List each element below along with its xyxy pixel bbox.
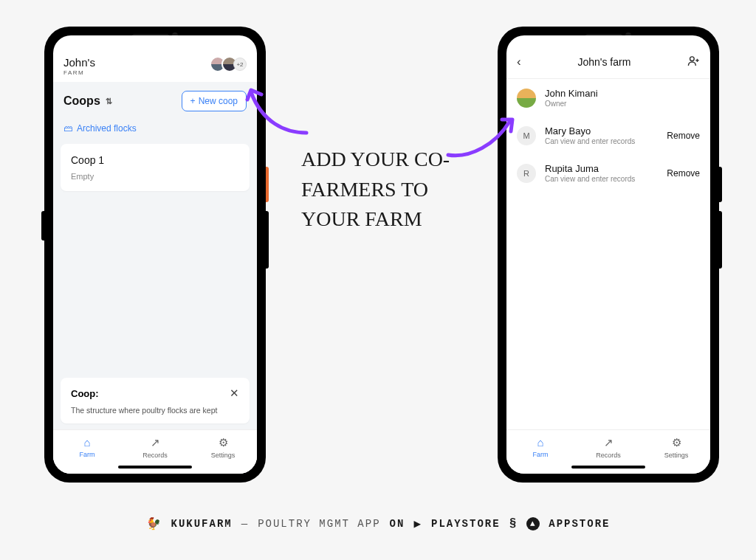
coop-card[interactable]: Coop 1 Empty xyxy=(61,144,250,191)
playstore-icon: ▶ xyxy=(413,516,422,531)
archive-icon: 🗃 xyxy=(63,123,72,134)
coops-heading: Coops xyxy=(63,94,100,108)
archived-flocks-link[interactable]: 🗃 Archived flocks xyxy=(53,120,257,141)
tip-heading: Coop: xyxy=(71,388,99,399)
nav-tab-records[interactable]: ↗ Records xyxy=(121,436,189,459)
remove-button[interactable]: Remove xyxy=(667,131,700,141)
phone-mockup-left: John's FARM +2 Coops ⇅ + New coop xyxy=(44,27,266,483)
avatar xyxy=(517,89,536,108)
marketing-annotation: Add your co-farmers to your farm xyxy=(301,145,471,235)
chart-icon: ↗ xyxy=(151,436,160,449)
avatar: M xyxy=(517,126,536,145)
member-role: Owner xyxy=(545,100,700,108)
remove-button[interactable]: Remove xyxy=(667,168,700,179)
new-coop-button-label: New coop xyxy=(199,96,238,106)
nav-label: Records xyxy=(596,452,621,459)
plus-icon: + xyxy=(190,96,196,106)
coop-status: Empty xyxy=(71,172,239,181)
add-member-icon[interactable] xyxy=(687,55,700,69)
member-role: Can view and enter records xyxy=(545,175,658,183)
farm-header: John's FARM +2 xyxy=(53,35,257,82)
archived-flocks-label: Archived flocks xyxy=(77,123,137,134)
avatar-overflow-count: +2 xyxy=(233,58,247,71)
svg-point-0 xyxy=(690,57,695,61)
member-name: Mary Bayo xyxy=(545,125,658,136)
farm-subtitle: FARM xyxy=(63,69,95,76)
nav-tab-records[interactable]: ↗ Records xyxy=(574,436,642,459)
member-name: John Kimani xyxy=(545,88,700,99)
member-row[interactable]: John Kimani Owner xyxy=(506,79,710,117)
appbar-title: John's farm xyxy=(577,56,630,68)
nav-label: Settings xyxy=(664,452,689,459)
home-icon: ⌂ xyxy=(83,436,90,449)
member-name: Rupita Juma xyxy=(545,163,658,174)
footer-appstore[interactable]: APPSTORE xyxy=(549,518,610,530)
avatar: R xyxy=(517,164,536,183)
nav-tab-settings[interactable]: ⚙ Settings xyxy=(642,436,710,459)
appstore-icon: ▲ xyxy=(526,517,540,530)
gear-icon: ⚙ xyxy=(672,436,681,449)
nav-tab-farm[interactable]: ⌂ Farm xyxy=(53,436,121,459)
member-role: Can view and enter records xyxy=(545,137,658,145)
filter-icon[interactable]: ⇅ xyxy=(106,97,112,106)
footer-brand: KUKUFARM xyxy=(171,518,233,530)
footer-tagline: POULTRY MGMT APP xyxy=(258,518,380,530)
info-tip-card: Coop: ✕ The structure where poultry floc… xyxy=(61,378,250,424)
footer-bar: 🐓 KUKUFARM — POULTRY MGMT APP ON ▶ PLAYS… xyxy=(0,516,756,531)
separator-glyph: § xyxy=(509,517,518,530)
phone-mockup-right: ‹ John's farm John Kimani Owner M Mary B… xyxy=(498,27,719,483)
tip-body: The structure where poultry flocks are k… xyxy=(71,406,239,415)
nav-label: Farm xyxy=(533,451,549,458)
member-row[interactable]: M Mary Bayo Can view and enter records R… xyxy=(506,117,710,154)
close-icon[interactable]: ✕ xyxy=(230,387,239,400)
members-appbar: ‹ John's farm xyxy=(506,35,710,79)
rooster-icon: 🐓 xyxy=(146,516,162,531)
home-icon: ⌂ xyxy=(537,436,543,449)
footer-playstore[interactable]: PLAYSTORE xyxy=(431,518,501,530)
coop-name: Coop 1 xyxy=(71,154,239,166)
nav-tab-settings[interactable]: ⚙ Settings xyxy=(189,436,257,459)
footer-separator: — xyxy=(241,518,249,530)
nav-label: Settings xyxy=(211,452,236,459)
nav-label: Records xyxy=(142,452,168,459)
nav-label: Farm xyxy=(80,451,95,458)
chart-icon: ↗ xyxy=(604,436,614,449)
footer-on: ON xyxy=(390,518,405,530)
member-row[interactable]: R Rupita Juma Can view and enter records… xyxy=(506,154,710,192)
gear-icon: ⚙ xyxy=(219,436,228,449)
new-coop-button[interactable]: + New coop xyxy=(182,91,247,111)
member-avatar-stack[interactable]: +2 xyxy=(210,56,247,72)
farm-title: John's xyxy=(63,56,95,69)
back-icon[interactable]: ‹ xyxy=(517,55,521,69)
nav-tab-farm[interactable]: ⌂ Farm xyxy=(506,436,574,459)
